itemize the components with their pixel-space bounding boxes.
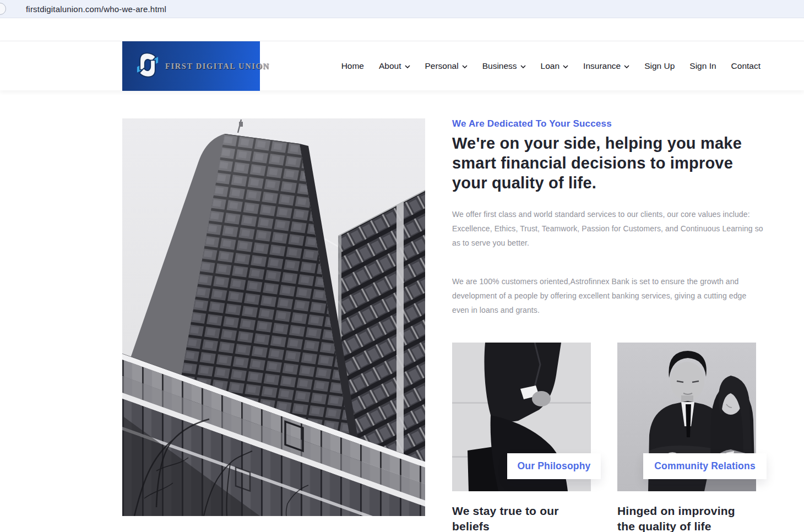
eyebrow-heading: We Are Dedicated To Your Success	[452, 118, 769, 129]
header-gap	[0, 18, 804, 41]
detail-paragraph: We are 100% customers oriented,Astrofinn…	[452, 274, 769, 317]
nav-item-about[interactable]: About	[379, 61, 410, 71]
card-label-community-relations[interactable]: Community Relations	[643, 453, 767, 479]
card-title: We stay true to our beliefs	[452, 503, 591, 532]
card-label-our-philosophy[interactable]: Our Philosophy	[507, 453, 601, 479]
nav-item-signin[interactable]: Sign In	[689, 61, 716, 71]
logo-emblem-icon	[133, 50, 162, 83]
nav-item-insurance[interactable]: Insurance	[583, 61, 629, 71]
intro-paragraph: We offer first class and world standard …	[452, 207, 769, 250]
card-title: Hinged on improving the quality of life	[617, 503, 756, 532]
chevron-down-icon	[405, 65, 410, 68]
nav-item-loan[interactable]: Loan	[541, 61, 568, 71]
chevron-down-icon	[462, 65, 468, 68]
page-title: We're on your side, helping you make sma…	[452, 133, 769, 193]
chevron-down-icon	[520, 65, 526, 68]
main-section: We Are Dedicated To Your Success We're o…	[0, 90, 804, 532]
nav-item-home[interactable]: Home	[341, 61, 364, 71]
nav-item-contact[interactable]: Contact	[731, 61, 760, 71]
chevron-down-icon	[624, 65, 629, 68]
nav-item-personal[interactable]: Personal	[425, 61, 468, 71]
address-bar[interactable]: firstdigitalunion.com/who-we-are.html	[0, 0, 804, 18]
address-bar-icon[interactable]	[0, 3, 6, 15]
url-text[interactable]: firstdigitalunion.com/who-we-are.html	[26, 4, 166, 14]
main-nav: Home About Personal Business Loan Insura…	[341, 41, 760, 91]
logo-text: FIRST DIGITAL UNION	[165, 62, 269, 71]
chevron-down-icon	[563, 65, 568, 68]
logo[interactable]: FIRST DIGITAL UNION	[122, 41, 260, 91]
site-header: FIRST DIGITAL UNION Home About Personal …	[0, 41, 804, 90]
card-community-relations: Community Relations Hinged on improving …	[617, 343, 756, 532]
nav-item-business[interactable]: Business	[482, 61, 526, 71]
skyscrapers-photo	[122, 118, 425, 516]
about-content: We Are Dedicated To Your Success We're o…	[452, 118, 769, 532]
card-our-philosophy: Our Philosophy We stay true to our belie…	[452, 343, 591, 532]
feature-cards: Our Philosophy We stay true to our belie…	[452, 343, 769, 532]
nav-item-signup[interactable]: Sign Up	[644, 61, 675, 71]
